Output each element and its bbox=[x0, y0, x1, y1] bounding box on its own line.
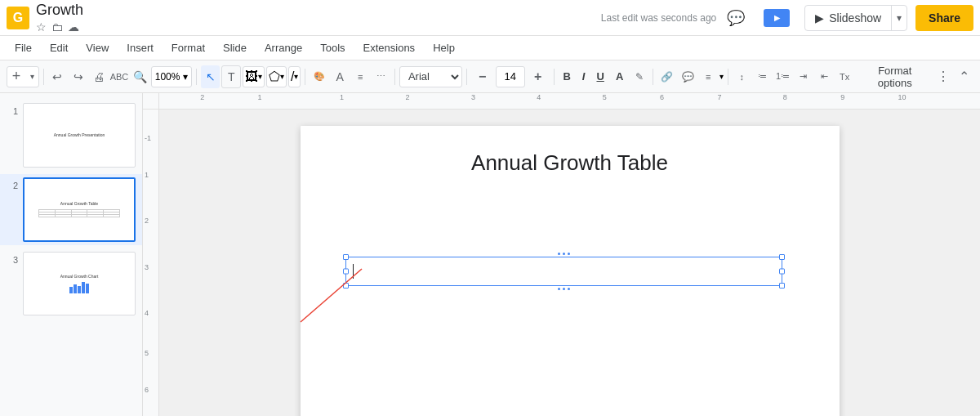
slideshow-button[interactable]: ▶ Slideshow ▾ bbox=[804, 5, 907, 31]
slide-1-title: Annual Growth Presentation bbox=[54, 132, 105, 137]
zoom-select[interactable]: 100%▾ bbox=[151, 66, 193, 87]
slide-thumb-2[interactable]: Annual Growth Table bbox=[23, 177, 136, 242]
textbox-wrapper bbox=[345, 253, 782, 290]
bold-button[interactable]: B bbox=[558, 65, 575, 88]
menu-help[interactable]: Help bbox=[425, 38, 463, 57]
spellcheck-button[interactable]: ABC bbox=[109, 65, 128, 88]
ruler-label: 8 bbox=[783, 93, 787, 101]
handle-bottom bbox=[345, 288, 782, 290]
menu-edit[interactable]: Edit bbox=[42, 38, 76, 57]
textbox-tool[interactable]: T bbox=[221, 65, 241, 88]
ruler-label: 4 bbox=[537, 93, 541, 101]
top-bar: G Growth ☆ 🗀 ☁ Last edit was seconds ago… bbox=[0, 0, 980, 36]
menu-arrange[interactable]: Arrange bbox=[256, 38, 310, 57]
slide-item-3[interactable]: 3 Annual Growth Chart bbox=[0, 248, 142, 320]
meet-button[interactable]: ▶ bbox=[757, 5, 796, 31]
font-color-button[interactable]: A bbox=[611, 65, 628, 88]
menu-format[interactable]: Format bbox=[163, 38, 213, 57]
slide-number-2: 2 bbox=[7, 181, 18, 190]
handle-dot-4 bbox=[558, 288, 560, 290]
clear-format-button[interactable]: Tx bbox=[835, 65, 854, 88]
handle-dot-1 bbox=[558, 253, 560, 255]
image-tool[interactable]: 🖼▾ bbox=[243, 66, 265, 87]
content-with-ruler: -1 1 2 3 4 5 6 Annual Growth Table bbox=[143, 110, 980, 416]
ruler-label: 9 bbox=[840, 93, 844, 101]
add-dropdown[interactable]: ▾ bbox=[25, 65, 38, 88]
ruler-label: 1 bbox=[340, 93, 344, 101]
handle-corner-tr[interactable] bbox=[779, 254, 785, 260]
highlight-button[interactable]: ✎ bbox=[630, 65, 648, 88]
doc-title: Growth bbox=[36, 2, 83, 20]
italic-button[interactable]: I bbox=[577, 65, 590, 88]
font-select[interactable]: Arial bbox=[399, 66, 462, 87]
indent-button[interactable]: ⇥ bbox=[794, 65, 813, 88]
menu-view[interactable]: View bbox=[78, 38, 117, 57]
star-icon[interactable]: ☆ bbox=[36, 20, 47, 34]
slideshow-dropdown[interactable]: ▾ bbox=[892, 6, 906, 30]
slide-item-1[interactable]: 1 Annual Growth Presentation bbox=[0, 100, 142, 171]
numbered-list-button[interactable]: 1≔ bbox=[773, 65, 792, 88]
select-tool[interactable]: ↖ bbox=[201, 65, 220, 88]
undo-button[interactable]: ↩ bbox=[48, 65, 67, 88]
line-spacing-button[interactable]: ↕ bbox=[733, 65, 751, 88]
bullet-list-button[interactable]: ≔ bbox=[753, 65, 772, 88]
handle-corner-bl[interactable] bbox=[343, 283, 349, 289]
bar-1 bbox=[69, 287, 73, 293]
menu-insert[interactable]: Insert bbox=[118, 38, 162, 57]
border-color-button[interactable]: A bbox=[330, 65, 349, 88]
underline-button[interactable]: U bbox=[591, 65, 608, 88]
zoom-button[interactable]: 🔍 bbox=[131, 65, 149, 88]
doc-title-area: Growth ☆ 🗀 ☁ bbox=[36, 2, 83, 34]
handle-mid-left[interactable] bbox=[343, 269, 349, 275]
cloud-icon[interactable]: ☁ bbox=[68, 20, 79, 34]
format-options-button[interactable]: Format options bbox=[858, 65, 933, 88]
share-button[interactable]: Share bbox=[915, 5, 973, 31]
ruler-label: 1 bbox=[258, 93, 262, 101]
slide-thumb-3[interactable]: Annual Growth Chart bbox=[23, 252, 136, 316]
slideshow-main[interactable]: ▶ Slideshow bbox=[805, 6, 892, 30]
align-button[interactable]: ≡ bbox=[351, 65, 370, 88]
link-button[interactable]: 🔗 bbox=[657, 65, 676, 88]
ruler-ticks: 2 1 1 2 3 4 5 6 7 8 9 10 bbox=[159, 93, 980, 109]
comment-button[interactable]: 💬 bbox=[723, 5, 749, 31]
handle-mid-right[interactable] bbox=[779, 269, 785, 275]
slide-3-title: Annual Growth Chart bbox=[60, 274, 99, 279]
collapse-toolbar-button[interactable]: ⌃ bbox=[955, 65, 973, 88]
text-align-button[interactable]: ≡ bbox=[699, 65, 718, 88]
bg-color-button[interactable]: 🎨 bbox=[310, 65, 328, 88]
slide-3-chart bbox=[69, 281, 89, 293]
line-tool[interactable]: /▾ bbox=[288, 66, 301, 87]
menu-slide[interactable]: Slide bbox=[215, 38, 255, 57]
menu-extensions[interactable]: Extensions bbox=[355, 38, 424, 57]
redo-button[interactable]: ↪ bbox=[69, 65, 87, 88]
text-box[interactable] bbox=[345, 257, 782, 286]
text-align-dropdown[interactable]: ▾ bbox=[719, 72, 724, 81]
divider-6 bbox=[554, 69, 555, 85]
shape-tool[interactable]: ⬠▾ bbox=[266, 66, 287, 87]
divider-8 bbox=[728, 69, 728, 85]
print-button[interactable]: 🖨 bbox=[89, 65, 108, 88]
main-layout: 1 Annual Growth Presentation 2 Annual Gr… bbox=[0, 93, 980, 416]
comment-inline-button[interactable]: 💬 bbox=[678, 65, 697, 88]
handle-corner-tl[interactable] bbox=[343, 254, 349, 260]
menu-file[interactable]: File bbox=[7, 38, 40, 57]
v-ruler-label: 1 bbox=[145, 171, 149, 179]
slide-thumb-1[interactable]: Annual Growth Presentation bbox=[23, 103, 136, 168]
ruler-horizontal: 2 1 1 2 3 4 5 6 7 8 9 10 bbox=[159, 93, 980, 110]
slide-item-2[interactable]: 2 Annual Growth Table bbox=[0, 174, 142, 245]
font-size-decrease[interactable]: − bbox=[471, 65, 494, 88]
add-button[interactable]: + bbox=[7, 65, 25, 88]
divider-4 bbox=[394, 69, 395, 85]
slide-2-table bbox=[38, 209, 121, 217]
doc-title-icons: ☆ 🗀 ☁ bbox=[36, 20, 83, 34]
handle-corner-br[interactable] bbox=[779, 283, 785, 289]
more-align-button[interactable]: ⋯ bbox=[372, 65, 390, 88]
font-size-increase[interactable]: + bbox=[527, 65, 550, 88]
v-ruler-label: 6 bbox=[145, 386, 149, 394]
folder-icon[interactable]: 🗀 bbox=[51, 20, 63, 34]
font-size-input[interactable] bbox=[496, 66, 525, 87]
slide-canvas[interactable]: Annual Growth Table bbox=[301, 126, 840, 416]
more-button[interactable]: ⋮ bbox=[934, 65, 953, 88]
menu-tools[interactable]: Tools bbox=[312, 38, 353, 57]
outdent-button[interactable]: ⇤ bbox=[814, 65, 833, 88]
